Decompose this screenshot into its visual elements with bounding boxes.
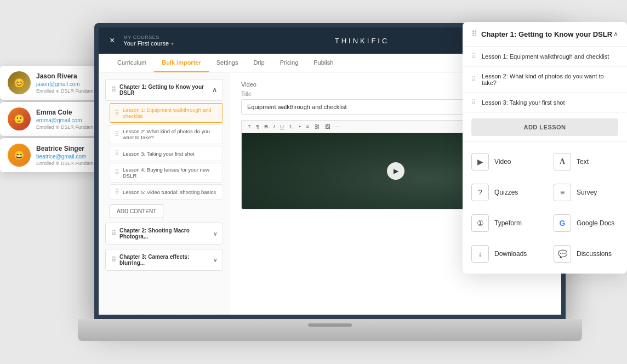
toolbar-link[interactable]: ⛓	[313, 123, 321, 130]
chapter-1-header[interactable]: ⠿ Chapter 1: Getting to Know your DSLR ∧	[105, 79, 223, 101]
course-info: MY COURSES Your First course ▾	[123, 35, 174, 47]
toolbar-align[interactable]: ≡	[305, 123, 311, 130]
downloads-type-icon: ↓	[471, 245, 489, 263]
lesson-type-quizzes[interactable]: ? Quizzes	[463, 177, 545, 208]
survey-type-icon: ≡	[554, 184, 571, 201]
toolbar-italic[interactable]: I	[272, 123, 277, 130]
panel-lesson-1[interactable]: ⠿ Lesson 1: Equipment walkthrough and ch…	[463, 47, 627, 67]
chapter-1-lessons: ⠿ Lesson 1: Equipment walkthrough and ch…	[105, 103, 223, 218]
avatar-jason: 😊	[8, 71, 31, 94]
chapter-3-header[interactable]: ⠿ Chapter 3: Camera effects: blurring...…	[105, 249, 223, 271]
drag-handle-panel[interactable]: ⠿	[471, 30, 477, 38]
drag-lesson-1-3[interactable]: ⠿	[115, 150, 119, 157]
video-type-icon: ▶	[471, 153, 489, 170]
chapter-panel-title-text: Chapter 1: Getting to Know your DSLR	[481, 30, 612, 38]
lesson-type-text[interactable]: A Text	[545, 146, 627, 177]
lesson-1-1[interactable]: ⠿ Lesson 1: Equipment walkthrough and ch…	[110, 103, 223, 123]
toolbar-image[interactable]: 🖼	[323, 123, 332, 130]
add-lesson-button[interactable]: ADD LESSON	[471, 118, 618, 136]
lesson-1-3[interactable]: ⠿ Lesson 3: Taking your first shot	[110, 146, 223, 161]
drag-handle-chapter-3[interactable]: ⠿	[111, 256, 116, 264]
toolbar-bold[interactable]: B	[263, 123, 270, 130]
chapter-1-title: Chapter 1: Getting to Know your DSLR	[119, 84, 212, 96]
lesson-type-google-docs[interactable]: G Google Docs	[545, 208, 627, 238]
chapter-3: ⠿ Chapter 3: Camera effects: blurring...…	[105, 249, 223, 271]
lesson-type-typeform[interactable]: ① Typeform	[463, 208, 545, 238]
course-name: Your First course ▾	[123, 40, 174, 47]
chapter-panel-lessons: ⠿ Lesson 1: Equipment walkthrough and ch…	[463, 47, 627, 113]
chapter-2-header[interactable]: ⠿ Chapter 2: Shooting Macro Photogra... …	[105, 223, 223, 244]
chapter-1: ⠿ Chapter 1: Getting to Know your DSLR ∧…	[105, 79, 223, 218]
expand-chapter-2-icon[interactable]: ∨	[213, 231, 217, 237]
drag-lesson-1-5[interactable]: ⠿	[115, 188, 119, 196]
tab-bulk-importer[interactable]: Bulk importer	[154, 54, 209, 72]
lesson-type-video[interactable]: ▶ Video	[463, 146, 545, 177]
chapter-2: ⠿ Chapter 2: Shooting Macro Photogra... …	[105, 223, 223, 244]
add-content-button[interactable]: ADD CONTENT	[110, 204, 163, 218]
laptop-base	[78, 319, 582, 341]
tab-settings[interactable]: Settings	[209, 54, 246, 72]
drag-lesson-1-2[interactable]: ⠿	[115, 130, 119, 138]
drag-panel-lesson-2[interactable]: ⠿	[471, 76, 476, 83]
chapter-panel-header: ⠿ Chapter 1: Getting to Know your DSLR ∧	[463, 22, 627, 47]
typeform-type-icon: ①	[471, 214, 489, 232]
course-dropdown-icon[interactable]: ▾	[171, 41, 174, 47]
collapse-panel-icon[interactable]: ∧	[613, 30, 618, 38]
lesson-types-grid: ▶ Video A Text ? Quizzes ≡ Survey ① Type…	[463, 141, 627, 274]
toolbar-more[interactable]: ···	[334, 123, 341, 130]
avatar-beatrice: 😄	[8, 144, 31, 167]
tab-curriculum[interactable]: Curriculum	[110, 54, 154, 72]
tab-drip[interactable]: Drip	[246, 54, 272, 72]
toolbar-list-ol[interactable]: 1.	[288, 123, 295, 130]
drag-lesson-1-4[interactable]: ⠿	[115, 169, 119, 177]
avatar-emma: 🙂	[8, 107, 31, 130]
chapter-2-title: Chapter 2: Shooting Macro Photogra...	[119, 228, 213, 240]
tab-pricing[interactable]: Pricing	[272, 54, 306, 72]
lesson-type-downloads[interactable]: ↓ Downloads	[463, 238, 545, 269]
google-docs-type-icon: G	[554, 214, 571, 232]
chapter-panel: ⠿ Chapter 1: Getting to Know your DSLR ∧…	[463, 22, 627, 274]
app-logo: THINKIFIC	[335, 37, 390, 45]
collapse-chapter-1-icon[interactable]: ∧	[212, 86, 217, 94]
drag-panel-lesson-1[interactable]: ⠿	[471, 53, 476, 60]
lesson-1-4[interactable]: ⠿ Lesson 4: Buying lenses for your new D…	[110, 163, 223, 183]
lesson-1-2[interactable]: ⠿ Lesson 2: What kind of photos do you w…	[110, 124, 223, 144]
toolbar-list-ul[interactable]: •	[297, 123, 302, 130]
drag-handle-chapter-2[interactable]: ⠿	[111, 230, 116, 237]
discussions-type-icon: 💬	[554, 245, 571, 263]
drag-handle-chapter-1[interactable]: ⠿	[111, 86, 116, 94]
drag-lesson-1-1[interactable]: ⠿	[115, 109, 119, 117]
toolbar-para[interactable]: ¶	[255, 123, 261, 130]
toolbar-underline[interactable]: U	[278, 123, 286, 130]
text-type-icon: A	[554, 153, 571, 170]
tab-publish[interactable]: Publish	[306, 54, 341, 72]
play-button[interactable]: ▶	[387, 162, 404, 180]
my-courses-label: MY COURSES	[123, 35, 174, 40]
panel-lesson-3[interactable]: ⠿ Lesson 3: Taking your first shot	[463, 93, 627, 113]
panel-lesson-2[interactable]: ⠿ Lesson 2: What kind of photos do you w…	[463, 67, 627, 93]
close-button[interactable]: ×	[110, 36, 115, 46]
chapter-3-title: Chapter 3: Camera effects: blurring...	[119, 254, 213, 266]
quizzes-type-icon: ?	[471, 184, 489, 201]
lesson-1-5[interactable]: ⠿ Lesson 5: Video tutorial: shooting bas…	[110, 184, 223, 200]
drag-panel-lesson-3[interactable]: ⠿	[471, 99, 476, 106]
curriculum-panel: ⠿ Chapter 1: Getting to Know your DSLR ∧…	[99, 72, 230, 315]
lesson-type-survey[interactable]: ≡ Survey	[545, 177, 627, 208]
lesson-type-discussions[interactable]: 💬 Discussions	[545, 238, 627, 269]
expand-chapter-3-icon[interactable]: ∨	[213, 257, 217, 263]
toolbar-style[interactable]: T	[246, 123, 253, 130]
